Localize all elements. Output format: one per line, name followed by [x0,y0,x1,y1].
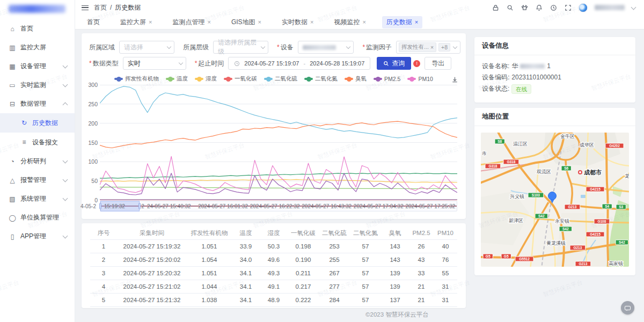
table-header-cell: 一氧化碳 [288,229,319,237]
table-row[interactable]: 22024-05-27 15:20:021.05434.049.60.19025… [90,253,457,267]
table-cell: 137 [381,297,409,303]
export-button[interactable]: 导出 [425,57,451,70]
theme-icon[interactable] [521,4,528,11]
tab-close-icon[interactable]: × [149,19,152,25]
road-badge-S103: S103 [528,193,544,197]
tab-close-icon[interactable]: × [415,19,418,25]
sidebar-item-单位换算管理[interactable]: ◯单位换算管理 [0,208,75,227]
chevron-down-icon [63,82,68,87]
tab-close-icon[interactable]: × [207,19,210,25]
map[interactable]: S8G4202G318G318S6G4215S103G213S4S3S42G10… [481,133,629,267]
sidebar-item-系统管理[interactable]: ▧系统管理 [0,189,75,208]
legend-label: PM10 [418,76,433,82]
x-tick-label: 4-05-2 [80,203,96,209]
sidebar-item-数据管理[interactable]: ⊟数据管理 [0,94,75,113]
tab-实时数据[interactable]: 实时数据× [277,16,318,28]
table-cell: 1 [90,243,117,250]
table-cell: 57 [350,257,381,263]
line-chart[interactable] [100,85,457,200]
datazoom-handle-left[interactable] [99,203,101,209]
factor-more-tag[interactable]: +8 [438,43,450,52]
collapse-menu-icon[interactable] [82,5,89,10]
breadcrumb-home[interactable]: 首页 [94,3,107,12]
search-button[interactable]: 查询 [377,57,411,70]
chevron-up-icon [63,103,68,108]
svg-text:G5: G5 [504,254,509,258]
time-start[interactable]: 2024-05-27 15:19:07 [244,60,299,67]
table-cell: 31 [434,297,457,303]
road-badge-G5: G5 [501,254,511,259]
road-badge-G213: G213 [575,261,591,266]
table-cell: 277 [319,283,350,290]
table-cell: 57 [350,283,381,290]
tab-监测点管理[interactable]: 监测点管理× [168,16,215,28]
factor-tag[interactable]: 挥发性有...× [399,42,436,52]
lock-icon[interactable] [492,4,499,11]
download-chart-icon[interactable] [451,76,458,85]
tab-GIS地图[interactable]: GIS地图× [227,16,266,28]
sidebar-item-监控大屏[interactable]: ▥监控大屏 [0,38,75,57]
avatar[interactable] [579,3,588,12]
screen-icon: ▥ [9,44,16,52]
tab-视频监控[interactable]: 视频监控× [330,16,370,28]
map-label-成都市: 成都市 [583,169,602,175]
sidebar-item-分析研判[interactable]: ◔分析研判 [0,152,75,171]
sidebar-item-实时监测[interactable]: ▭实时监测 [0,76,75,94]
table-row[interactable]: 12024-05-27 15:19:321.05133.950.30.19825… [90,240,457,253]
legend-item-PM10[interactable]: PM10 [407,75,433,83]
history-icon[interactable] [550,4,557,11]
sidebar-item-首页[interactable]: ⌂首页 [0,19,75,38]
table-cell: 40 [434,243,457,250]
breadcrumb-current: 历史数据 [115,3,141,12]
tab-label: 视频监控 [334,18,360,27]
datazoom-handle-right[interactable] [138,203,141,209]
time-range-picker[interactable]: 2024-05-27 15:19:07 - 2024-05-28 15:19:0… [228,57,370,70]
tab-close-icon[interactable]: × [310,19,313,25]
datatype-select[interactable]: 实时 [123,57,186,70]
table-cell: 1.044 [187,283,232,290]
legend-item-温度[interactable]: 温度 [166,75,188,83]
monitor-icon: ▭ [9,82,16,89]
fullscreen-icon[interactable] [564,4,572,11]
legend-item-一氧化碳[interactable]: 一氧化碳 [224,75,257,83]
time-end[interactable]: 2024-05-28 15:19:07 [310,60,364,67]
chat-float-button[interactable] [621,301,634,314]
y-tick-label: 0 [82,197,98,203]
sidebar-item-设备管理[interactable]: ▦设备管理 [0,57,75,76]
sidebar-item-APP管理[interactable]: ▯APP管理 [0,227,75,246]
legend-label: 一氧化碳 [235,75,257,83]
region-select[interactable]: 请选择 [119,41,174,54]
tab-首页[interactable]: 首页 [83,16,104,28]
svg-text:G318: G318 [507,160,515,164]
legend-item-PM2.5[interactable]: PM2.5 [374,75,400,83]
chevron-down-icon[interactable] [631,4,636,10]
road-badge-S42: S42 [535,214,548,218]
road-badge-G108: G108 [594,219,610,224]
table-cell: 2024-05-27 15:20:32 [117,270,187,276]
device-select[interactable] [298,41,354,54]
bell-icon[interactable] [535,4,543,11]
legend-item-湿度[interactable]: 湿度 [195,75,217,83]
factor-multiselect[interactable]: 挥发性有...× +8 [396,41,460,54]
legend-item-二氧化氮[interactable]: 二氧化氮 [304,75,338,83]
chat-icon [625,306,631,310]
tab-close-icon[interactable]: × [362,19,365,25]
analysis-icon: ◔ [9,158,16,165]
legend-item-二氧化硫[interactable]: 二氧化硫 [264,75,297,83]
legend-item-臭氧[interactable]: 臭氧 [345,75,367,83]
sidebar-item-报警管理[interactable]: △报警管理 [0,171,75,189]
legend-marker [224,78,232,80]
tab-close-icon[interactable]: × [258,19,261,25]
sidebar-item-历史数据[interactable]: ↻历史数据 [0,113,75,133]
table-row[interactable]: 62024-05-27 15:22:021.03834.148.60.23128… [90,307,457,308]
search-icon[interactable] [506,4,514,11]
tab-历史数据[interactable]: 历史数据× [382,16,422,28]
legend-item-挥发性有机物[interactable]: 挥发性有机物 [114,75,159,83]
level-select[interactable]: 请选择所属层级 [213,41,268,54]
table-row[interactable]: 32024-05-27 15:20:321.05134.149.30.21126… [90,267,457,280]
sidebar-item-设备报文[interactable]: ≡设备报文 [0,133,75,152]
tab-监控大屏[interactable]: 监控大屏× [116,16,156,28]
tag-close-icon[interactable]: × [430,44,434,50]
table-row[interactable]: 42024-05-27 15:21:021.04434.149.10.21727… [90,280,457,294]
table-row[interactable]: 52024-05-27 15:21:321.03834.148.90.22228… [90,294,457,307]
